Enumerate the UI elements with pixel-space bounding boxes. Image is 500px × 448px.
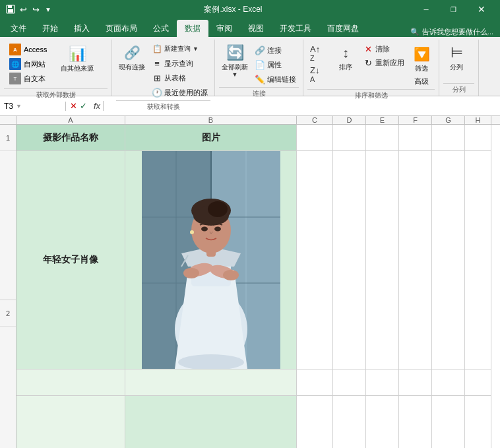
- cell-H-overflow[interactable]: [465, 396, 491, 448]
- refresh-icon: 🔄: [224, 42, 245, 63]
- minimize-button[interactable]: ─: [413, 0, 439, 18]
- cell-G2[interactable]: [432, 369, 465, 396]
- col-header-E[interactable]: E: [366, 116, 399, 124]
- tab-insert[interactable]: 插入: [66, 20, 98, 37]
- cell-E1[interactable]: [366, 125, 399, 151]
- web-icon: 🌐: [9, 58, 21, 70]
- cell-C-overflow[interactable]: [297, 396, 333, 448]
- col-header-B[interactable]: B: [125, 116, 297, 124]
- cell-B1[interactable]: 图片: [125, 125, 297, 151]
- save-icon[interactable]: [5, 4, 16, 15]
- formula-input[interactable]: [104, 102, 500, 111]
- undo-icon[interactable]: ↩: [18, 4, 28, 15]
- ribbon-search-area[interactable]: 🔍 告诉我您想要做什么...: [410, 27, 500, 37]
- advanced-button[interactable]: 高级: [412, 75, 431, 88]
- external-data-label: 获取外部数据: [4, 88, 108, 101]
- filter-button[interactable]: 🔽 筛选: [408, 42, 435, 74]
- new-query-button[interactable]: 📋 新建查询 ▼: [149, 42, 210, 55]
- cell-A1[interactable]: 摄影作品名称: [16, 125, 125, 151]
- col-header-F[interactable]: F: [399, 116, 432, 124]
- split-column-button[interactable]: ⊨ 分列: [443, 41, 470, 73]
- cell-ref-dropdown[interactable]: ▼: [16, 103, 22, 110]
- cell-D1[interactable]: [333, 125, 366, 151]
- refresh-all-button[interactable]: 🔄 全部刷新 ▼: [219, 41, 251, 79]
- cell-F1[interactable]: [399, 125, 432, 151]
- split-icon: ⊨: [446, 42, 467, 63]
- web-button[interactable]: 🌐 自网站: [7, 57, 54, 71]
- customize-icon[interactable]: ▼: [43, 4, 53, 15]
- sort-asc-button[interactable]: A↑Z: [307, 44, 331, 63]
- access-button[interactable]: A Access: [7, 42, 54, 57]
- cell-C1[interactable]: [297, 125, 333, 151]
- existing-conn-icon: 🔗: [121, 42, 142, 63]
- col-header-D[interactable]: D: [333, 116, 366, 124]
- tab-data[interactable]: 数据: [177, 20, 208, 37]
- from-table-button[interactable]: ⊞ 从表格: [149, 71, 210, 84]
- cell-C2[interactable]: [297, 369, 333, 396]
- cell-A-overflow[interactable]: [16, 396, 125, 448]
- cell-B2[interactable]: [125, 369, 297, 396]
- cell-G-overflow[interactable]: [432, 396, 465, 448]
- cell-B-image[interactable]: [125, 151, 297, 369]
- col-header-C[interactable]: C: [297, 116, 333, 124]
- tab-pagelayout[interactable]: 页面布局: [98, 20, 145, 37]
- tab-file[interactable]: 文件: [3, 20, 34, 37]
- sort-desc-button[interactable]: Z↓A: [307, 65, 331, 84]
- text-button[interactable]: T 自文本: [7, 71, 54, 86]
- cell-B-overflow[interactable]: [125, 396, 297, 448]
- confirm-formula-icon[interactable]: ✓: [80, 101, 87, 111]
- cell-C-data[interactable]: [297, 151, 333, 369]
- cell-A2[interactable]: [16, 369, 125, 396]
- title-bar: ↩ ↪ ▼ 案例.xlsx - Excel ─ ❐ ✕: [0, 0, 500, 18]
- tab-home[interactable]: 开始: [34, 20, 66, 37]
- tab-baidudisk[interactable]: 百度网盘: [319, 20, 367, 37]
- cancel-formula-icon[interactable]: ✕: [70, 101, 77, 111]
- portrait-image: [142, 151, 280, 369]
- refresh-dropdown-icon: ▼: [232, 71, 238, 78]
- clear-button[interactable]: ✕ 清除: [360, 42, 407, 55]
- svg-point-25: [214, 227, 221, 232]
- cell-D-overflow[interactable]: [333, 396, 366, 448]
- cell-A1-text: 摄影作品名称: [43, 132, 98, 144]
- sort-button[interactable]: ↕️ 排序: [332, 41, 359, 73]
- col-header-G[interactable]: G: [432, 116, 465, 124]
- show-query-button[interactable]: ≡ 显示查询: [149, 57, 210, 70]
- cell-A-portrait[interactable]: 年轻女子肖像: [16, 151, 125, 369]
- cell-E2[interactable]: [366, 369, 399, 396]
- restore-button[interactable]: ❐: [441, 0, 467, 18]
- cell-H2[interactable]: [465, 369, 491, 396]
- tab-review[interactable]: 审阅: [208, 20, 240, 37]
- recent-sources-button[interactable]: 🕐 最近使用的源: [149, 86, 210, 99]
- cell-reference-box[interactable]: T3 ▼: [0, 102, 66, 111]
- cell-H1[interactable]: [465, 125, 491, 151]
- row-header-2[interactable]: 2: [0, 300, 16, 327]
- col-header-A[interactable]: A: [16, 116, 125, 124]
- cell-G1[interactable]: [432, 125, 465, 151]
- clear-icon: ✕: [363, 44, 373, 54]
- tab-formula[interactable]: 公式: [145, 20, 177, 37]
- existing-conn-button[interactable]: 🔗 现有连接: [116, 41, 148, 73]
- filter-main-col: 🔽 筛选 高级: [408, 41, 435, 88]
- other-sources-button[interactable]: 📊 自其他来源: [58, 42, 96, 74]
- cell-D-data[interactable]: [333, 151, 366, 369]
- cell-F-overflow[interactable]: [399, 396, 432, 448]
- col-header-H[interactable]: H: [465, 116, 491, 124]
- properties-icon: 📄: [255, 59, 265, 70]
- cell-H-data[interactable]: [465, 151, 491, 369]
- properties-button[interactable]: 📄 属性: [252, 58, 299, 71]
- cell-E-overflow[interactable]: [366, 396, 399, 448]
- properties-label: 属性: [267, 60, 282, 70]
- row-header-1[interactable]: 1: [0, 125, 16, 151]
- reapply-button[interactable]: ↻ 重新应用: [360, 56, 407, 69]
- cell-E-data[interactable]: [366, 151, 399, 369]
- cell-F2[interactable]: [399, 369, 432, 396]
- edit-links-button[interactable]: ✏️ 编辑链接: [252, 73, 299, 86]
- redo-icon[interactable]: ↪: [30, 4, 41, 15]
- cell-F-data[interactable]: [399, 151, 432, 369]
- cell-D2[interactable]: [333, 369, 366, 396]
- close-button[interactable]: ✕: [468, 0, 495, 18]
- cell-G-data[interactable]: [432, 151, 465, 369]
- tab-developer[interactable]: 开发工具: [272, 20, 319, 37]
- connections-button[interactable]: 🔗 连接: [252, 44, 299, 57]
- tab-view[interactable]: 视图: [240, 20, 272, 37]
